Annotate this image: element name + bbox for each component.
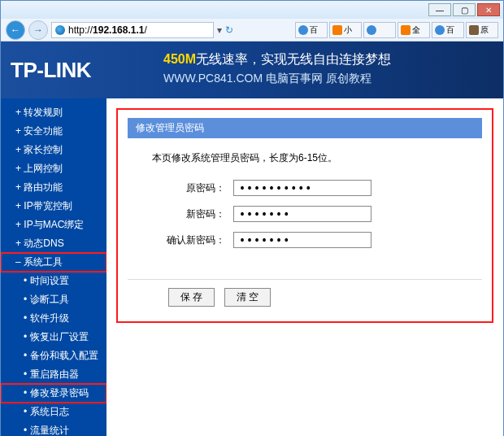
favicon-icon: [332, 25, 342, 35]
sidebar-item[interactable]: IP与MAC绑定: [1, 216, 106, 234]
tp-link-logo: TP-LINK: [11, 58, 91, 83]
sidebar-item[interactable]: 安全功能: [1, 122, 106, 141]
window-titlebar: — ▢ ✕: [1, 1, 503, 19]
content-area: 修改管理员密码 本页修改系统管理员密码，长度为6-15位。 原密码： 新密码： …: [106, 98, 503, 436]
sidebar-sub-item[interactable]: 时间设置: [1, 272, 106, 290]
favicon-icon: [435, 25, 445, 35]
url-input[interactable]: http://192.168.1.1/: [51, 22, 214, 38]
old-password-label: 原密码：: [152, 181, 225, 195]
page-banner: TP-LINK 450M无线速率，实现无线自由连接梦想 WWW.PC841.CO…: [1, 41, 503, 98]
sidebar-item[interactable]: 上网控制: [1, 159, 106, 178]
main-layout: 转发规则 安全功能 家长控制 上网控制 路由功能 IP带宽控制 IP与MAC绑定…: [1, 98, 503, 436]
browser-tab[interactable]: 百: [432, 22, 464, 38]
dropdown-icon[interactable]: ▾: [217, 24, 222, 36]
old-password-input[interactable]: [233, 180, 371, 196]
browser-tab[interactable]: [363, 22, 396, 38]
sidebar-sub-item[interactable]: 重启路由器: [1, 365, 106, 384]
address-bar: ← → http://192.168.1.1/ ▾ ↻ 百 小 全 百 原: [1, 19, 503, 41]
sidebar-sub-item[interactable]: 流量统计: [1, 421, 106, 436]
sidebar-item-system-tools[interactable]: 系统工具: [1, 253, 106, 272]
clear-button[interactable]: 清 空: [224, 288, 271, 307]
forward-button[interactable]: →: [28, 20, 48, 40]
close-button[interactable]: ✕: [477, 3, 500, 16]
browser-tab[interactable]: 原: [466, 22, 498, 38]
new-password-label: 新密码：: [152, 207, 225, 221]
panel-body: 本页修改系统管理员密码，长度为6-15位。 原密码： 新密码： 确认新密码：: [128, 138, 482, 271]
confirm-password-label: 确认新密码：: [152, 233, 225, 247]
sidebar-sub-change-password[interactable]: 修改登录密码: [1, 384, 106, 403]
browser-tab[interactable]: 小: [329, 22, 362, 38]
favicon-icon: [298, 25, 308, 35]
form-row-new-password: 新密码：: [152, 206, 458, 222]
favicon-icon: [469, 25, 479, 35]
highlight-box: 修改管理员密码 本页修改系统管理员密码，长度为6-15位。 原密码： 新密码： …: [116, 108, 493, 323]
sidebar-sub-item[interactable]: 恢复出厂设置: [1, 328, 106, 347]
sidebar-item[interactable]: IP带宽控制: [1, 197, 106, 216]
sidebar-item[interactable]: 转发规则: [1, 103, 106, 122]
browser-tab[interactable]: 全: [398, 22, 430, 38]
back-button[interactable]: ←: [6, 20, 25, 40]
refresh-icon[interactable]: ↻: [225, 24, 233, 36]
sidebar-sub-item[interactable]: 备份和载入配置: [1, 347, 106, 365]
sidebar-sub-item[interactable]: 软件升级: [1, 309, 106, 328]
sidebar-sub-item[interactable]: 系统日志: [1, 403, 106, 421]
panel-description: 本页修改系统管理员密码，长度为6-15位。: [152, 151, 458, 165]
ie-icon: [55, 25, 65, 35]
banner-slogan: 450M无线速率，实现无线自由连接梦想: [163, 51, 391, 68]
browser-tab[interactable]: 百: [295, 22, 328, 38]
sidebar-item[interactable]: 路由功能: [1, 178, 106, 197]
button-row: 保 存 清 空: [128, 279, 482, 307]
save-button[interactable]: 保 存: [168, 288, 215, 307]
minimize-button[interactable]: —: [428, 3, 451, 16]
sidebar-item[interactable]: 动态DNS: [1, 234, 106, 253]
browser-window: — ▢ ✕ ← → http://192.168.1.1/ ▾ ↻ 百 小 全 …: [0, 0, 504, 436]
form-row-old-password: 原密码：: [152, 180, 458, 196]
banner-subline: WWW.PC841.COM 电脑百事网 原创教程: [163, 72, 391, 86]
sidebar-sub-item[interactable]: 诊断工具: [1, 290, 106, 309]
favicon-icon: [401, 25, 411, 35]
tab-strip: 百 小 全 百 原: [295, 22, 498, 38]
url-text: http://192.168.1.1/: [68, 24, 147, 36]
new-password-input[interactable]: [233, 206, 371, 222]
form-row-confirm-password: 确认新密码：: [152, 232, 458, 248]
panel-title: 修改管理员密码: [128, 118, 482, 138]
maximize-button[interactable]: ▢: [453, 3, 476, 16]
sidebar: 转发规则 安全功能 家长控制 上网控制 路由功能 IP带宽控制 IP与MAC绑定…: [1, 98, 106, 436]
confirm-password-input[interactable]: [233, 232, 371, 248]
favicon-icon: [367, 25, 376, 35]
banner-text: 450M无线速率，实现无线自由连接梦想 WWW.PC841.COM 电脑百事网 …: [163, 51, 391, 86]
sidebar-item[interactable]: 家长控制: [1, 141, 106, 159]
